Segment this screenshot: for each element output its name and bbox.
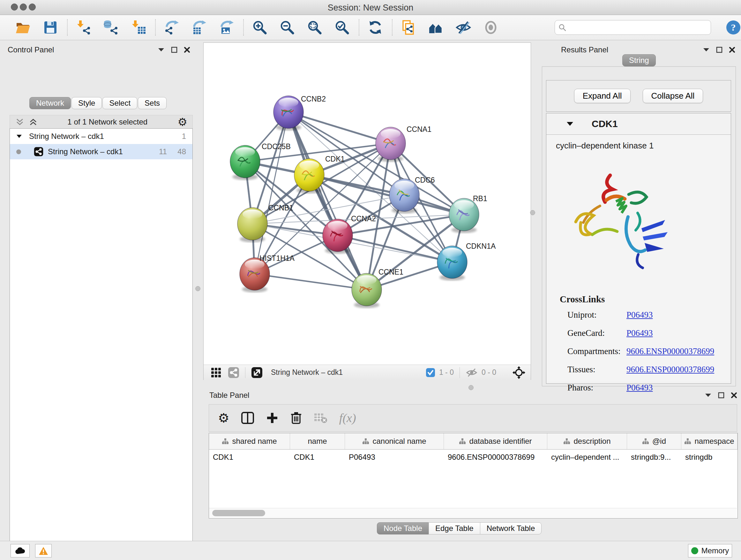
node-CDKN1A[interactable] xyxy=(437,246,467,281)
table-row[interactable]: CDK1CDK1P064939606.ENSP00000378699cyclin… xyxy=(209,449,738,465)
edge-HIST1H1A-CCNE1[interactable] xyxy=(255,274,367,290)
search-box[interactable] xyxy=(555,20,711,35)
cell-id[interactable]: stringdb:9... xyxy=(627,449,681,465)
tab-select[interactable]: Select xyxy=(103,97,137,109)
delete-column-icon[interactable] xyxy=(290,411,302,425)
panel-collapse-icon[interactable] xyxy=(704,393,712,397)
save-session-button[interactable] xyxy=(43,20,58,35)
node-CCNA1[interactable] xyxy=(376,127,406,162)
tree-row-collection[interactable]: String Network – cdk1 1 xyxy=(10,129,192,144)
hide-selected-button[interactable] xyxy=(456,20,471,35)
grid-view-icon[interactable] xyxy=(211,367,221,378)
table-horizontal-scrollbar[interactable] xyxy=(209,508,737,518)
column-header-databaseidentifier[interactable]: database identifier xyxy=(444,433,547,449)
zoom-in-button[interactable] xyxy=(252,20,267,35)
cell-name[interactable]: CDK1 xyxy=(290,449,345,465)
export-table-button[interactable] xyxy=(192,20,207,35)
panel-close-icon[interactable] xyxy=(729,47,735,53)
status-bar: Memory xyxy=(0,541,741,560)
warning-button[interactable] xyxy=(35,544,52,557)
selected-checkbox-icon[interactable] xyxy=(426,368,435,377)
window-title: Session: New Session xyxy=(0,3,741,13)
help-icon[interactable]: ? xyxy=(726,20,741,35)
collapse-entry-icon[interactable] xyxy=(566,121,574,126)
export-network-button[interactable] xyxy=(164,20,179,35)
show-all-button[interactable] xyxy=(483,20,498,35)
tab-string[interactable]: String xyxy=(622,54,656,66)
collapse-all-tree-icon[interactable] xyxy=(29,118,37,126)
import-table-button[interactable] xyxy=(131,20,146,35)
results-panel-title: Results Panel xyxy=(561,45,608,54)
export-image-button[interactable] xyxy=(219,20,234,35)
cell-databaseidentifier[interactable]: 9606.ENSP00000378699 xyxy=(444,449,547,465)
crosslink-link[interactable]: 9606.ENSP00000378699 xyxy=(626,365,714,374)
add-column-icon[interactable] xyxy=(266,412,279,424)
node-RB1[interactable] xyxy=(449,198,479,233)
node-CDC25B[interactable] xyxy=(230,145,260,180)
tab-edge-table[interactable]: Edge Table xyxy=(428,522,480,535)
tab-node-table[interactable]: Node Table xyxy=(377,522,429,535)
cell-canonicalname[interactable]: P06493 xyxy=(345,449,444,465)
cell-sharedname[interactable]: CDK1 xyxy=(209,449,290,465)
crosslink-link[interactable]: P06493 xyxy=(626,328,653,338)
tree-expander-icon[interactable] xyxy=(16,134,22,138)
node-CCNB1[interactable] xyxy=(238,207,267,242)
column-header-description[interactable]: description xyxy=(547,433,627,449)
zoom-fit-button[interactable] xyxy=(307,20,322,35)
crosslink-link[interactable]: 9606.ENSP00000378699 xyxy=(626,347,714,356)
network-options-gear-icon[interactable]: ⚙ xyxy=(178,117,187,127)
edge-CCNB2-CCNE1[interactable] xyxy=(288,112,367,290)
column-header-id[interactable]: @id xyxy=(627,433,681,449)
column-header-namespace[interactable]: namespace xyxy=(681,433,738,449)
open-file-button[interactable] xyxy=(15,20,30,35)
panel-float-icon[interactable] xyxy=(716,47,723,53)
edge-CCNA2-CDKN1A[interactable] xyxy=(338,235,452,262)
cell-namespace[interactable]: stringdb xyxy=(681,449,738,465)
result-entry-header[interactable]: CDK1 xyxy=(546,113,731,135)
column-header-name[interactable]: name xyxy=(290,433,345,449)
tab-style[interactable]: Style xyxy=(71,97,102,109)
tab-sets[interactable]: Sets xyxy=(138,97,166,109)
crosslink-link[interactable]: P06493 xyxy=(626,310,653,320)
node-HIST1H1A[interactable] xyxy=(240,258,270,293)
left-splitter-grip[interactable] xyxy=(195,286,200,291)
column-header-canonicalname[interactable]: canonical name xyxy=(345,433,444,449)
panel-close-icon[interactable] xyxy=(731,392,737,398)
node-CCNB2[interactable] xyxy=(273,96,304,131)
open-in-new-window-icon[interactable] xyxy=(251,367,263,378)
refresh-button[interactable] xyxy=(367,20,383,35)
import-network-database-button[interactable] xyxy=(104,20,119,35)
network-canvas[interactable]: CCNB2 CCNA1 CDC25B CDK1 CDC6 RB1 CCNB1 C… xyxy=(204,43,531,365)
panel-collapse-icon[interactable] xyxy=(158,48,165,52)
panel-float-icon[interactable] xyxy=(171,47,178,53)
table-settings-gear-icon[interactable]: ⚙ xyxy=(218,411,229,425)
search-input[interactable] xyxy=(569,21,711,34)
node-CCNE1[interactable] xyxy=(352,273,382,308)
cloud-button[interactable] xyxy=(10,544,30,557)
tree-row-network[interactable]: String Network – cdk1 11 48 xyxy=(10,144,192,159)
column-header-sharedname[interactable]: shared name xyxy=(209,433,290,449)
crosshair-icon[interactable] xyxy=(512,366,526,379)
panel-collapse-icon[interactable] xyxy=(703,48,710,52)
expand-all-tree-icon[interactable] xyxy=(16,118,24,126)
hidden-eye-icon[interactable] xyxy=(466,368,478,377)
column-type-icon xyxy=(459,438,466,444)
toolbar-separator xyxy=(245,367,246,378)
collapse-all-button[interactable]: Collapse All xyxy=(643,89,703,103)
zoom-out-button[interactable] xyxy=(280,20,295,35)
zoom-selected-button[interactable] xyxy=(334,20,350,35)
expand-all-button[interactable]: Expand All xyxy=(574,89,630,103)
panel-close-icon[interactable] xyxy=(184,47,190,53)
toggle-graphics-details-button[interactable] xyxy=(428,20,444,35)
new-network-from-selection-button[interactable] xyxy=(401,20,416,35)
edge-CCNB2-CCNA1[interactable] xyxy=(288,112,391,143)
show-columns-icon[interactable] xyxy=(241,411,254,425)
cell-description[interactable]: cyclin–dependent ... xyxy=(547,449,627,465)
panel-float-icon[interactable] xyxy=(718,392,724,398)
tab-network[interactable]: Network xyxy=(29,97,71,109)
memory-button[interactable]: Memory xyxy=(688,544,732,557)
tab-network-table[interactable]: Network Table xyxy=(480,522,542,535)
scrollbar-thumb[interactable] xyxy=(212,510,265,516)
import-network-file-button[interactable] xyxy=(76,20,91,35)
network-share-view-icon[interactable] xyxy=(228,367,239,378)
